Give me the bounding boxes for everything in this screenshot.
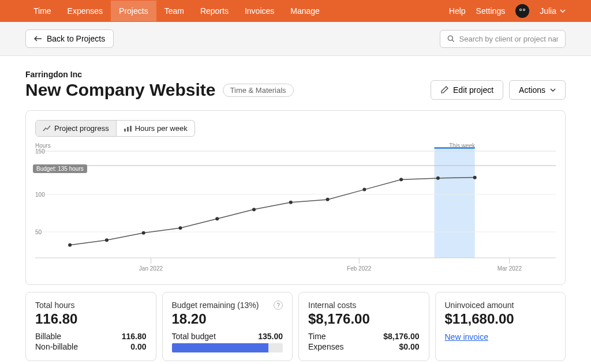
pencil-icon bbox=[440, 86, 448, 94]
ytick-100: 100 bbox=[35, 192, 45, 198]
this-week-highlight bbox=[435, 148, 475, 258]
ytick-150: 150 bbox=[35, 148, 45, 155]
avatar[interactable] bbox=[515, 4, 529, 18]
budget-label-text: Budget remaining (13%) bbox=[172, 301, 259, 310]
chart-series bbox=[68, 176, 477, 247]
chart-tabs: Project progress Hours per week bbox=[35, 120, 195, 137]
svg-rect-7 bbox=[130, 126, 132, 132]
expenses-cost-value: $0.00 bbox=[399, 342, 419, 351]
svg-point-16 bbox=[68, 243, 72, 247]
card-costs: Internal costs $8,176.00 Time$8,176.00 E… bbox=[298, 292, 429, 361]
help-link[interactable]: Help bbox=[449, 6, 466, 16]
settings-link[interactable]: Settings bbox=[476, 6, 506, 16]
nav-left: Time Expenses Projects Team Reports Invo… bbox=[25, 1, 328, 21]
nav-expenses[interactable]: Expenses bbox=[59, 1, 111, 21]
help-icon[interactable]: ? bbox=[274, 301, 283, 310]
budget-progress-fill bbox=[172, 343, 268, 352]
time-cost-label: Time bbox=[308, 332, 326, 341]
edit-label: Edit project bbox=[453, 85, 493, 95]
svg-point-17 bbox=[105, 238, 109, 242]
total-budget-label: Total budget bbox=[172, 332, 216, 341]
nav-right: Help Settings Julia bbox=[449, 4, 566, 18]
costs-label: Internal costs bbox=[308, 301, 420, 310]
total-hours-value: 116.80 bbox=[35, 311, 147, 327]
svg-rect-6 bbox=[127, 127, 129, 132]
svg-point-26 bbox=[436, 177, 440, 180]
tab-project-progress[interactable]: Project progress bbox=[36, 121, 116, 136]
page-content: Farringdon Inc New Company Website Time … bbox=[0, 56, 591, 364]
nav-manage[interactable]: Manage bbox=[282, 1, 328, 21]
header-actions: Edit project Actions bbox=[431, 80, 566, 100]
budget-progress bbox=[172, 343, 283, 352]
svg-point-21 bbox=[252, 208, 256, 211]
sub-bar: Back to Projects bbox=[0, 22, 591, 56]
billable-value: 116.80 bbox=[122, 332, 147, 341]
budget-label: Budget remaining (13%) ? bbox=[172, 301, 283, 310]
search-icon bbox=[447, 35, 455, 43]
bar-chart-icon bbox=[124, 125, 132, 132]
svg-point-19 bbox=[178, 226, 182, 230]
nav-team[interactable]: Team bbox=[156, 1, 192, 21]
chevron-down-icon bbox=[560, 9, 566, 13]
time-cost-value: $8,176.00 bbox=[383, 332, 419, 341]
actions-button[interactable]: Actions bbox=[509, 80, 566, 100]
project-title: New Company Website bbox=[25, 80, 216, 100]
nav-projects[interactable]: Projects bbox=[111, 1, 156, 21]
total-hours-label: Total hours bbox=[35, 301, 147, 310]
tab-progress-label: Project progress bbox=[54, 124, 109, 133]
card-total-hours: Total hours 116.80 Billable116.80 Non-bi… bbox=[25, 292, 156, 361]
arrow-left-icon bbox=[34, 36, 42, 42]
svg-point-24 bbox=[362, 188, 366, 192]
svg-point-20 bbox=[215, 217, 219, 220]
ytick-50: 50 bbox=[35, 229, 42, 235]
nav-time[interactable]: Time bbox=[25, 1, 59, 21]
billable-label: Billable bbox=[35, 332, 61, 341]
svg-point-2 bbox=[520, 9, 521, 10]
this-week-label: This week bbox=[449, 142, 475, 149]
chart-area: Hours This week Budget: 135 hours 150 10… bbox=[35, 142, 556, 275]
avatar-icon bbox=[518, 6, 527, 16]
card-uninvoiced: Uninvoiced amount $11,680.00 New invoice bbox=[435, 292, 566, 361]
svg-point-25 bbox=[399, 178, 403, 181]
svg-point-23 bbox=[326, 198, 330, 201]
card-budget: Budget remaining (13%) ? 18.20 Total bud… bbox=[162, 292, 293, 361]
svg-point-3 bbox=[523, 9, 525, 10]
user-dropdown[interactable]: Julia bbox=[540, 6, 566, 16]
uninvoiced-value: $11,680.00 bbox=[445, 311, 556, 327]
nav-reports[interactable]: Reports bbox=[192, 1, 237, 21]
new-invoice-link[interactable]: New invoice bbox=[445, 332, 488, 342]
line-chart-icon bbox=[43, 125, 51, 132]
search-box[interactable] bbox=[440, 30, 566, 48]
svg-point-27 bbox=[473, 176, 477, 179]
header-left: Farringdon Inc New Company Website Time … bbox=[25, 70, 294, 100]
client-name: Farringdon Inc bbox=[25, 70, 294, 79]
project-title-row: New Company Website Time & Materials bbox=[25, 80, 294, 100]
back-button[interactable]: Back to Projects bbox=[25, 29, 114, 48]
search-input[interactable] bbox=[459, 35, 559, 43]
nav-invoices[interactable]: Invoices bbox=[237, 1, 282, 21]
back-label: Back to Projects bbox=[47, 34, 105, 43]
costs-value: $8,176.00 bbox=[308, 311, 420, 327]
xtick-mar: Mar 2022 bbox=[498, 265, 522, 272]
actions-label: Actions bbox=[519, 85, 545, 95]
chart-panel: Project progress Hours per week Hours Th… bbox=[25, 110, 566, 285]
top-nav: Time Expenses Projects Team Reports Invo… bbox=[0, 0, 591, 22]
budget-value: 18.20 bbox=[172, 311, 283, 327]
summary-cards: Total hours 116.80 Billable116.80 Non-bi… bbox=[25, 292, 566, 361]
svg-point-18 bbox=[142, 231, 145, 235]
nonbillable-value: 0.00 bbox=[130, 342, 146, 351]
uninvoiced-label: Uninvoiced amount bbox=[445, 301, 556, 310]
svg-rect-5 bbox=[124, 129, 126, 132]
expenses-cost-label: Expenses bbox=[308, 342, 343, 351]
tab-hours-per-week[interactable]: Hours per week bbox=[116, 121, 194, 136]
project-type-badge: Time & Materials bbox=[223, 84, 294, 97]
edit-project-button[interactable]: Edit project bbox=[431, 80, 503, 100]
chevron-down-icon bbox=[550, 88, 556, 92]
tab-hours-label: Hours per week bbox=[135, 124, 188, 133]
svg-point-4 bbox=[448, 36, 452, 40]
total-budget-value: 135.00 bbox=[258, 332, 283, 341]
user-name: Julia bbox=[540, 6, 556, 16]
progress-chart: 150 100 50 Jan 2022 Feb 2022 Mar 2022 bbox=[35, 142, 556, 275]
y-axis-label: Hours bbox=[35, 142, 51, 149]
budget-line-label: Budget: 135 hours bbox=[33, 164, 87, 173]
